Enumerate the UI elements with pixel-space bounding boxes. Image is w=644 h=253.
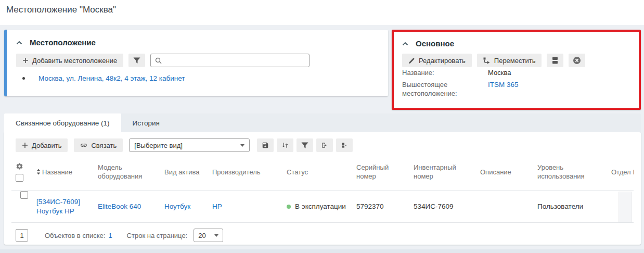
sort-arrows-icon xyxy=(281,142,289,149)
move-tree-icon xyxy=(483,57,491,64)
row-select-cell xyxy=(11,191,34,222)
column-header-department[interactable]: Отдел Компания xyxy=(609,153,634,191)
column-header-name[interactable]: Название xyxy=(34,153,96,191)
equipment-panel: Добавить Связать [Выберите вид] xyxy=(4,132,641,245)
cell-name: [534ИС-7609] Ноутбук HP xyxy=(34,191,96,222)
column-header-usage-level[interactable]: Уровень использования xyxy=(535,153,609,191)
equipment-link[interactable]: [534ИС-7609] Ноутбук HP xyxy=(36,197,94,216)
export-rows-button[interactable] xyxy=(336,138,353,152)
tab-history[interactable]: История xyxy=(121,113,171,132)
row-checkbox[interactable] xyxy=(20,191,28,199)
location-filter-button[interactable] xyxy=(128,54,145,67)
chevron-down-icon xyxy=(214,234,218,237)
field-parent-location-label: Вышестоящее местоположение: xyxy=(402,80,488,98)
column-header-inventory-number[interactable]: Инвентарный номер xyxy=(411,153,478,191)
add-equipment-button[interactable]: Добавить xyxy=(16,138,68,152)
field-name-label: Название: xyxy=(402,68,488,77)
tab-bar: Связанное оборудование (1) История xyxy=(4,113,641,132)
tab-linked-equipment-label: Связанное оборудование (1) xyxy=(16,119,110,127)
gear-icon[interactable] xyxy=(16,162,23,170)
cell-manufacturer: HP xyxy=(210,191,285,222)
parent-location-link[interactable]: ITSM 365 xyxy=(488,80,519,98)
cell-model: EliteBook 640 xyxy=(96,191,162,222)
select-all-checkbox[interactable] xyxy=(16,174,23,182)
stacked-cards-icon xyxy=(552,57,558,64)
boxes-arrow-icon xyxy=(341,142,348,149)
edit-button[interactable]: Редактировать xyxy=(402,54,472,67)
collapse-icon[interactable] xyxy=(402,42,408,46)
link-equipment-label: Связать xyxy=(91,142,117,149)
main-info-title: Основное xyxy=(416,39,454,48)
column-header-manufacturer[interactable]: Производитель xyxy=(210,153,285,191)
page-number-button[interactable]: 1 xyxy=(16,229,28,242)
add-equipment-label: Добавить xyxy=(32,142,61,149)
location-search-input[interactable] xyxy=(165,57,305,65)
collapse-icon[interactable] xyxy=(16,41,22,45)
location-card: Местоположение Добавить местоположение xyxy=(4,30,388,96)
model-link[interactable]: EliteBook 640 xyxy=(98,202,141,211)
plus-icon xyxy=(22,142,28,148)
filter-icon xyxy=(133,57,140,64)
pagination: 1 Объектов в списке: 1 Строк на странице… xyxy=(11,226,223,244)
table-filter-button[interactable] xyxy=(297,138,313,152)
cell-description xyxy=(478,191,535,222)
cell-usage-level: Пользователи xyxy=(535,191,609,222)
status-dot-icon xyxy=(287,205,291,209)
table-row: [534ИС-7609] Ноутбук HP EliteBook 640 Но… xyxy=(11,191,634,223)
save-icon xyxy=(262,142,269,149)
page-title: Местоположение "Москва" xyxy=(6,5,116,15)
link-equipment-button[interactable]: Связать xyxy=(74,138,123,152)
location-search[interactable] xyxy=(150,54,310,67)
cell-asset-type: Ноутбук xyxy=(162,191,210,222)
search-icon xyxy=(155,57,162,64)
chevron-down-icon xyxy=(240,144,244,147)
rows-per-page-label: Строк на странице: xyxy=(127,232,188,239)
filter-icon xyxy=(301,142,308,149)
rows-per-page-select[interactable]: 20 xyxy=(194,229,223,242)
sort-updown-icon xyxy=(36,169,41,175)
field-name-value: Москва xyxy=(488,68,511,77)
table-scrollbar[interactable] xyxy=(619,192,632,222)
field-name: Название: Москва xyxy=(402,68,634,77)
table-header: Название Модель оборудования Вид актива … xyxy=(11,153,634,191)
objects-count-label: Объектов в списке: xyxy=(45,232,105,239)
table-header-select-cell xyxy=(11,153,34,191)
view-select-value: [Выберите вид] xyxy=(134,142,183,149)
column-header-description[interactable]: Описание xyxy=(478,153,535,191)
add-location-label: Добавить местоположение xyxy=(32,57,117,65)
page-bottom-strip xyxy=(0,249,644,253)
manufacturer-link[interactable]: HP xyxy=(212,202,222,211)
column-header-asset-type[interactable]: Вид актива xyxy=(162,153,210,191)
status-text: В эксплуатации xyxy=(295,202,346,211)
x-circle-icon xyxy=(573,56,581,65)
page-header: Местоположение "Москва" xyxy=(0,0,644,25)
cell-serial-number: 5792370 xyxy=(354,191,411,222)
view-select[interactable]: [Выберите вид] xyxy=(129,138,250,152)
sort-button[interactable] xyxy=(277,138,293,152)
move-button-label: Переместить xyxy=(494,57,536,65)
plus-icon xyxy=(22,57,29,64)
cell-inventory-number: 534ИС-7609 xyxy=(411,191,478,222)
main-info-panel: Основное Редактировать Переместить xyxy=(392,30,641,110)
location-card-title: Местоположение xyxy=(30,38,96,47)
rows-per-page-value: 20 xyxy=(198,232,205,239)
column-header-status[interactable]: Статус xyxy=(285,153,354,191)
column-header-serial-number[interactable]: Серийный номер xyxy=(354,153,411,191)
tab-history-label: История xyxy=(133,119,160,127)
deactivate-button[interactable] xyxy=(569,54,585,67)
add-location-button[interactable]: Добавить местоположение xyxy=(16,54,123,67)
cell-status: В эксплуатации xyxy=(285,191,354,222)
details-card-button[interactable] xyxy=(547,54,563,67)
bullet-icon xyxy=(22,77,25,80)
move-button[interactable]: Переместить xyxy=(477,54,542,67)
save-view-button[interactable] xyxy=(257,138,274,152)
location-list-item: Москва, ул. Ленина, 48к2, 4 этаж, 12 каб… xyxy=(22,74,185,82)
asset-type-link[interactable]: Ноутбук xyxy=(164,202,190,211)
export-button[interactable] xyxy=(316,138,333,152)
chain-icon xyxy=(80,142,87,149)
screen: Местоположение "Москва" Местоположение Д… xyxy=(0,0,644,253)
column-header-model[interactable]: Модель оборудования xyxy=(96,153,162,191)
tab-linked-equipment[interactable]: Связанное оборудование (1) xyxy=(4,113,121,132)
objects-count-value[interactable]: 1 xyxy=(108,232,112,239)
location-item-link[interactable]: Москва, ул. Ленина, 48к2, 4 этаж, 12 каб… xyxy=(38,74,185,82)
